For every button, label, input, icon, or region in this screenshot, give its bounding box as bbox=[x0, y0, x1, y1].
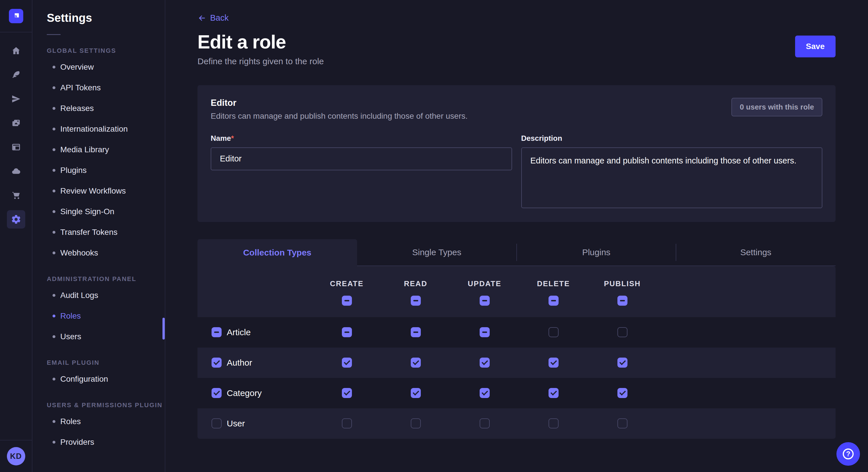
users-count-badge: 0 users with this role bbox=[732, 98, 823, 116]
user-delete-checkbox[interactable] bbox=[549, 418, 559, 429]
paper-plane-icon[interactable] bbox=[7, 90, 25, 108]
question-mark-icon: ? bbox=[843, 448, 854, 460]
author-publish-checkbox[interactable] bbox=[617, 358, 627, 368]
article-read-checkbox[interactable] bbox=[411, 327, 421, 337]
name-label: Name* bbox=[211, 134, 512, 143]
row-select-checkbox[interactable] bbox=[212, 358, 222, 368]
sidebar-item-admin-roles[interactable]: Roles bbox=[47, 306, 165, 326]
description-textarea[interactable]: Editors can manage and publish contents … bbox=[521, 147, 823, 208]
author-update-checkbox[interactable] bbox=[479, 358, 490, 368]
gear-icon[interactable] bbox=[7, 210, 25, 229]
bullet-icon bbox=[53, 169, 55, 172]
row-select-checkbox[interactable] bbox=[212, 418, 222, 429]
bullet-icon bbox=[53, 231, 55, 234]
category-create-checkbox[interactable] bbox=[342, 388, 352, 398]
bullet-icon bbox=[53, 314, 55, 317]
sidebar-item-review-workflows[interactable]: Review Workflows bbox=[47, 181, 165, 201]
category-update-checkbox[interactable] bbox=[479, 388, 490, 398]
sidebar-item-webhooks[interactable]: Webhooks bbox=[47, 243, 165, 263]
article-delete-checkbox[interactable] bbox=[549, 327, 559, 337]
sidebar-item-media-library[interactable]: Media Library bbox=[47, 139, 165, 160]
feather-icon[interactable] bbox=[7, 66, 25, 84]
bullet-icon bbox=[53, 441, 55, 444]
sidebar-item-single-sign-on[interactable]: Single Sign-On bbox=[47, 201, 165, 222]
row-label: Article bbox=[227, 328, 251, 337]
name-input[interactable] bbox=[211, 147, 512, 170]
select-all-update-checkbox[interactable] bbox=[479, 296, 490, 306]
settings-sidebar: Settings GLOBAL SETTINGS Overview API To… bbox=[32, 0, 165, 472]
sidebar-item-api-tokens[interactable]: API Tokens bbox=[47, 77, 165, 98]
sidebar-item-audit-logs[interactable]: Audit Logs bbox=[47, 285, 165, 306]
avatar[interactable]: KD bbox=[7, 447, 25, 465]
row-select-checkbox[interactable] bbox=[212, 388, 222, 398]
required-asterisk: * bbox=[231, 134, 234, 142]
sidebar-item-overview[interactable]: Overview bbox=[47, 57, 165, 77]
back-link[interactable]: Back bbox=[197, 13, 228, 23]
category-read-checkbox[interactable] bbox=[411, 388, 421, 398]
row-select-checkbox[interactable] bbox=[212, 327, 222, 337]
user-read-checkbox[interactable] bbox=[411, 418, 421, 429]
section-label: EMAIL PLUGIN bbox=[47, 359, 165, 367]
article-create-checkbox[interactable] bbox=[342, 327, 352, 337]
sidebar-item-transfer-tokens[interactable]: Transfer Tokens bbox=[47, 222, 165, 243]
table-row-author: Author bbox=[197, 347, 836, 378]
select-all-create-checkbox[interactable] bbox=[342, 296, 352, 306]
save-button[interactable]: Save bbox=[795, 36, 836, 57]
author-delete-checkbox[interactable] bbox=[549, 358, 559, 368]
table-row-article: Article bbox=[197, 317, 836, 347]
tab-single-types[interactable]: Single Types bbox=[357, 239, 517, 266]
select-all-read-checkbox[interactable] bbox=[411, 296, 421, 306]
bullet-icon bbox=[53, 107, 55, 110]
user-create-checkbox[interactable] bbox=[342, 418, 352, 429]
sidebar-item-plugins[interactable]: Plugins bbox=[47, 160, 165, 181]
bullet-icon bbox=[53, 378, 55, 380]
cart-icon[interactable] bbox=[7, 186, 25, 204]
select-all-delete-checkbox[interactable] bbox=[549, 296, 559, 306]
author-read-checkbox[interactable] bbox=[411, 358, 421, 368]
layout-icon[interactable] bbox=[7, 138, 25, 156]
category-delete-checkbox[interactable] bbox=[549, 388, 559, 398]
bullet-icon bbox=[53, 148, 55, 151]
role-name-heading: Editor bbox=[211, 98, 468, 108]
category-publish-checkbox[interactable] bbox=[617, 388, 627, 398]
sidebar-item-up-providers[interactable]: Providers bbox=[47, 432, 165, 452]
back-arrow-icon bbox=[197, 14, 206, 22]
row-label: Category bbox=[227, 388, 262, 398]
role-description-text: Editors can manage and publish contents … bbox=[211, 111, 468, 121]
section-users-permissions-plugin: USERS & PERMISSIONS PLUGIN Roles Provide… bbox=[47, 401, 165, 452]
logo-container bbox=[0, 0, 32, 32]
sidebar-item-up-roles[interactable]: Roles bbox=[47, 411, 165, 432]
sidebar-item-admin-users[interactable]: Users bbox=[47, 326, 165, 347]
bullet-icon bbox=[53, 210, 55, 213]
sidebar-item-email-configuration[interactable]: Configuration bbox=[47, 369, 165, 390]
permissions-panel: CREATE READ UPDATE DELETE PUBLISH bbox=[197, 266, 836, 439]
section-administration-panel: ADMINISTRATION PANEL Audit Logs Roles Us… bbox=[47, 275, 165, 347]
sidebar-title: Settings bbox=[47, 11, 165, 24]
help-button[interactable]: ? bbox=[836, 442, 860, 466]
select-all-publish-checkbox[interactable] bbox=[617, 296, 627, 306]
user-update-checkbox[interactable] bbox=[479, 418, 490, 429]
description-label: Description bbox=[521, 134, 823, 143]
tab-collection-types[interactable]: Collection Types bbox=[197, 239, 357, 266]
article-update-checkbox[interactable] bbox=[479, 327, 490, 337]
sidebar-item-releases[interactable]: Releases bbox=[47, 98, 165, 119]
section-label: ADMINISTRATION PANEL bbox=[47, 275, 165, 283]
user-publish-checkbox[interactable] bbox=[617, 418, 627, 429]
cloud-icon[interactable] bbox=[7, 162, 25, 180]
bullet-icon bbox=[53, 420, 55, 423]
section-email-plugin: EMAIL PLUGIN Configuration bbox=[47, 359, 165, 390]
role-details-card: Editor Editors can manage and publish co… bbox=[197, 85, 836, 222]
article-publish-checkbox[interactable] bbox=[617, 327, 627, 337]
strapi-logo-icon[interactable] bbox=[9, 9, 23, 23]
bullet-icon bbox=[53, 190, 55, 193]
tab-settings[interactable]: Settings bbox=[676, 239, 836, 266]
page-title: Edit a role bbox=[197, 32, 324, 52]
table-row-category: Category bbox=[197, 378, 836, 408]
tab-plugins[interactable]: Plugins bbox=[517, 239, 676, 266]
column-read: READ bbox=[381, 279, 450, 306]
sidebar-item-internationalization[interactable]: Internationalization bbox=[47, 119, 165, 139]
home-icon[interactable] bbox=[7, 42, 25, 60]
author-create-checkbox[interactable] bbox=[342, 358, 352, 368]
permissions-header-row: CREATE READ UPDATE DELETE PUBLISH bbox=[197, 266, 836, 317]
images-icon[interactable] bbox=[7, 114, 25, 132]
